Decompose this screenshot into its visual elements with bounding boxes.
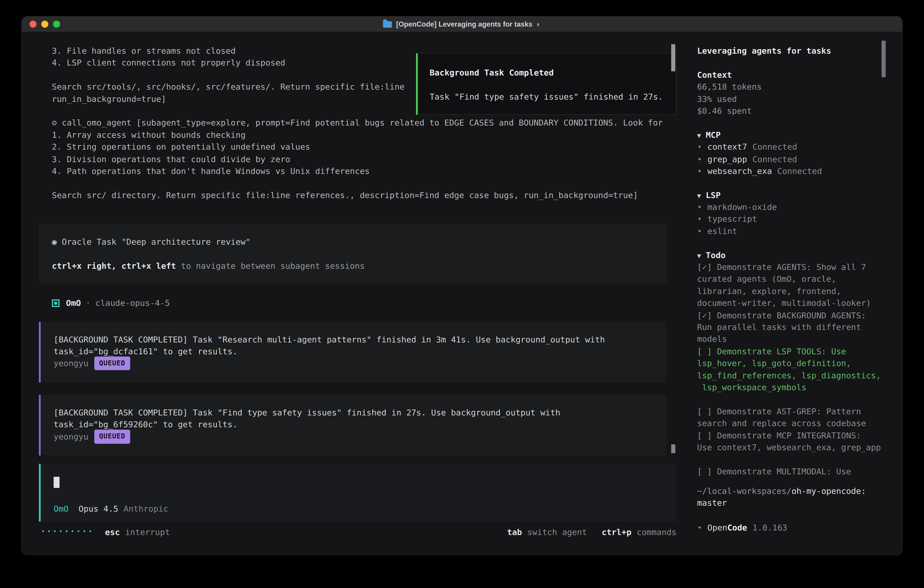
opencode-name-bold: Code (727, 521, 747, 533)
text-line: 3. Division operations that could divide… (52, 153, 667, 165)
todo-line: lsp_find_references, lsp_diagnostics, (697, 369, 886, 381)
mcp-server-row: •context7Connected (697, 141, 886, 153)
mcp-server-status: Connected (752, 154, 797, 164)
window-title-group: [OpenCode] Leveraging agents for tasks ◐ (22, 18, 902, 30)
chat-pane: 3. File handles or streams not closed4. … (22, 33, 688, 555)
oracle-task-panel[interactable]: ◉ Oracle Task "Deep architecture review"… (39, 224, 667, 284)
todo-line: curated agents (OmO, oracle, (697, 273, 886, 285)
todo-section-header[interactable]: ▼Todo (697, 249, 886, 261)
separator-dot: · (86, 297, 91, 309)
todo-item: [✓] Demonstrate BACKGROUND AGENTS:Run pa… (697, 309, 886, 345)
lsp-server-name: typescript (707, 214, 757, 223)
todo-line: document-writer, multimodal-looker) (697, 297, 886, 309)
tab-key-desc: switch agent (527, 526, 587, 538)
workspace-prefix: ~/local-workspaces/ (697, 486, 792, 496)
todo-item: [ ] Demonstrate MULTIMODAL: Use (697, 466, 886, 477)
prompt-input[interactable]: OmO Opus 4.5 Anthropic (39, 464, 676, 522)
todo-line: [ ] Demonstrate LSP TOOLS: Use (697, 345, 886, 357)
mcp-header-label: MCP (706, 130, 721, 139)
toast-body: Task "Find type safety issues" finished … (429, 91, 664, 103)
context-header: Context (697, 69, 886, 81)
context-section: Context 66,518 tokens 33% used $0.46 spe… (697, 69, 886, 117)
mcp-server-status: Connected (777, 166, 822, 175)
oracle-hint: ctrl+x right, ctrl+x left to navigate be… (52, 260, 653, 272)
gear-icon: ⚙ (52, 118, 57, 127)
input-meta: OmO Opus 4.5 Anthropic (54, 502, 664, 515)
todo-header-label: Todo (706, 250, 726, 260)
bullet-icon: • (697, 521, 702, 533)
ctrlp-key-desc: commands (637, 526, 676, 538)
oracle-hint-keys: ctrl+x right, ctrl+x left (52, 261, 176, 270)
mcp-section-header[interactable]: ▼MCP (697, 129, 886, 141)
input-model-name[interactable]: Opus 4.5 (78, 502, 118, 515)
session-title: Leveraging agents for tasks (697, 45, 886, 57)
mcp-entries: •context7Connected•grep_appConnected•web… (697, 141, 886, 177)
spinner-dots-icon: ••••••••• (41, 526, 94, 538)
sidebar-scrollbar-thumb[interactable] (881, 41, 886, 77)
queued-badge: QUEUED (94, 357, 130, 370)
mcp-section: ▼MCP •context7Connected•grep_appConnecte… (697, 129, 886, 177)
oracle-hint-text: to navigate between subagent sessions (176, 261, 365, 270)
background-task-notice: [BACKGROUND TASK COMPLETED] Task "Find t… (39, 395, 667, 456)
task-notice-line2: task_id="bg_6f59260c" to get results. (54, 419, 653, 431)
task-notice-line1: [BACKGROUND TASK COMPLETED] Task "Find t… (54, 406, 653, 419)
chat-scrollbar-thumb-bottom[interactable] (671, 444, 675, 453)
agent-model: claude-opus-4-5 (95, 297, 170, 309)
lsp-server-row: •eslint (697, 225, 886, 237)
agent-header: OmO · claude-opus-4-5 (52, 297, 667, 309)
radio-circle-icon: ◉ (52, 237, 57, 246)
tool-call-numbered-lines: 1. Array access without bounds checking2… (52, 129, 667, 177)
context-used: 33% used (697, 93, 886, 105)
todo-line: search and replace across codebase (697, 417, 886, 429)
toast-title: Background Task Completed (429, 67, 664, 79)
chevron-down-icon: ▼ (697, 192, 701, 200)
opencode-window: [OpenCode] Leveraging agents for tasks ◐… (22, 17, 902, 555)
todo-item: [ ] Demonstrate AST-GREP: Patternsearch … (697, 405, 886, 429)
context-spent: $0.46 spent (697, 105, 886, 117)
workspace-branch: master (697, 497, 886, 509)
zoom-window-button[interactable] (53, 21, 60, 28)
mcp-server-name: websearch_exa (707, 166, 772, 175)
todo-item: [ ] Demonstrate LSP TOOLS: Uselsp_hover,… (697, 345, 886, 393)
agent-square-icon (52, 299, 59, 307)
opencode-version: • OpenCode 1.0.163 (697, 521, 886, 533)
ctrlp-key-hint: ctrl+p (602, 526, 631, 538)
todo-line: [ ] Demonstrate AST-GREP: Pattern (697, 405, 886, 417)
status-bar: ••••••••• esc interrupt tab switch agent… (41, 526, 676, 538)
tool-call-block: ⚙ call_omo_agent [subagent_type=explore,… (52, 117, 667, 201)
mcp-server-status: Connected (752, 142, 797, 152)
session-progress-icon: ◐ (536, 18, 541, 30)
mcp-server-row: •grep_appConnected (697, 153, 886, 165)
todo-line: Use context7, websearch_exa, grep_app (697, 441, 886, 453)
context-tokens: 66,518 tokens (697, 81, 886, 93)
lsp-server-name: markdown-oxide (707, 202, 777, 211)
queued-badge: QUEUED (94, 430, 130, 444)
todo-section: ▼Todo [✓] Demonstrate AGENTS: Show all 7… (697, 249, 886, 477)
window-title: [OpenCode] Leveraging agents for tasks (396, 18, 533, 30)
minimize-window-button[interactable] (41, 21, 48, 28)
chat-scrollbar-thumb[interactable] (671, 44, 675, 71)
esc-key-desc: interrupt (125, 526, 170, 538)
opencode-version-number: 1.0.163 (752, 521, 787, 533)
lsp-server-name: eslint (707, 226, 737, 236)
oracle-task-title: Oracle Task "Deep architecture review" (57, 237, 251, 246)
lsp-section-header[interactable]: ▼LSP (697, 189, 886, 201)
lsp-header-label: LSP (706, 190, 721, 200)
close-window-button[interactable] (30, 21, 36, 28)
todo-line: Run parallel tasks with different (697, 321, 886, 333)
todo-line: [ ] Demonstrate MULTIMODAL: Use (697, 466, 886, 477)
bullet-icon: • (697, 166, 702, 175)
todo-item: [✓] Demonstrate AGENTS: Show all 7curate… (697, 261, 886, 309)
tool-call-text: call_omo_agent [subagent_type=explore, p… (62, 118, 663, 127)
text-cursor (54, 477, 59, 488)
tool-call-last-line: Search src/ directory. Return specific f… (52, 189, 667, 201)
input-agent-name[interactable]: OmO (54, 502, 69, 515)
lsp-section: ▼LSP •markdown-oxide•typescript•eslint (697, 189, 886, 237)
todo-item: [ ] Demonstrate MCP INTEGRATIONS:Use con… (697, 429, 886, 453)
todo-line: lsp_workspace_symbols (697, 381, 886, 393)
task-notice-meta: yeongyu QUEUED (54, 431, 653, 443)
task-author: yeongyu (54, 357, 88, 370)
task-notice-line1: [BACKGROUND TASK COMPLETED] Task "Resear… (54, 333, 653, 345)
window-controls (30, 17, 60, 32)
esc-key-hint: esc (105, 526, 120, 538)
